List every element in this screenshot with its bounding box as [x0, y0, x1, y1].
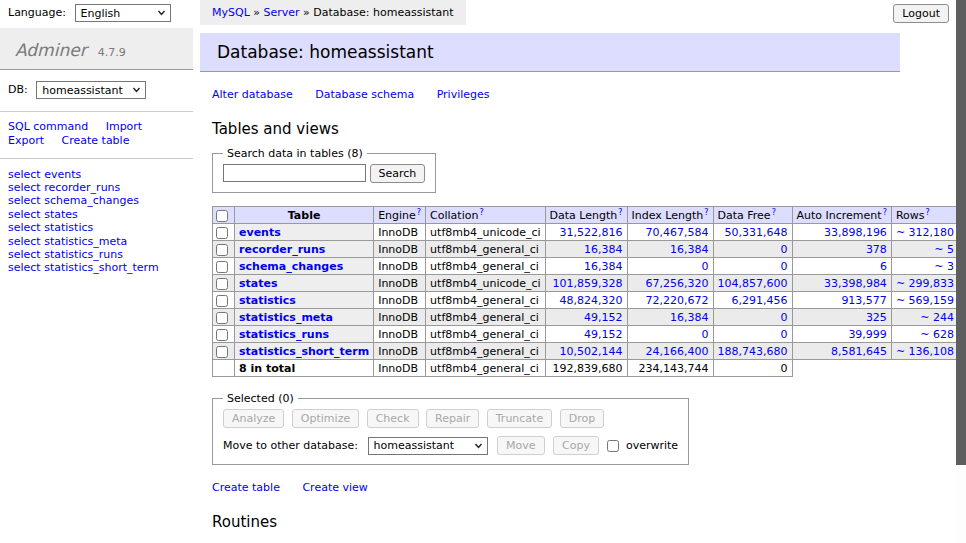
column-help-link[interactable]: ? — [479, 208, 483, 217]
select-link[interactable]: select — [8, 261, 41, 274]
column-help-link[interactable]: ? — [704, 208, 708, 217]
sidebar-link-sql-command[interactable]: SQL command — [8, 120, 88, 133]
language-select[interactable]: English — [75, 4, 171, 22]
data-length-link[interactable]: 49,152 — [584, 328, 623, 341]
create-view-link[interactable]: Create view — [302, 481, 367, 494]
breadcrumb-link-server[interactable]: Server — [264, 6, 300, 19]
rows-link[interactable]: ~ 312,180 — [896, 226, 954, 239]
overwrite-checkbox[interactable] — [607, 440, 619, 452]
scrollbar-thumb[interactable] — [956, 0, 966, 465]
data-length-link[interactable]: 101,859,328 — [553, 277, 623, 290]
row-checkbox-statistics-runs[interactable] — [216, 329, 228, 341]
db-select[interactable]: homeassistant — [36, 81, 146, 99]
data-free-link[interactable]: 188,743,680 — [718, 345, 788, 358]
index-length-link[interactable]: 16,384 — [670, 243, 709, 256]
table-name-link[interactable]: recorder_runs — [239, 243, 325, 256]
auto-increment-link[interactable]: 33,398,984 — [824, 277, 887, 290]
select-link[interactable]: select — [8, 208, 41, 221]
data-length-link[interactable]: 49,152 — [584, 311, 623, 324]
row-checkbox-schema-changes[interactable] — [216, 261, 228, 273]
breadcrumb-link-mysql[interactable]: MySQL — [212, 6, 250, 19]
row-checkbox-statistics-short-term[interactable] — [216, 346, 228, 358]
search-input[interactable] — [223, 164, 366, 182]
data-length-link[interactable]: 16,384 — [584, 260, 623, 273]
rows-link[interactable]: ~ 569,159 — [896, 294, 954, 307]
auto-increment-link[interactable]: 6 — [880, 260, 887, 273]
table-link-schema-changes[interactable]: schema_changes — [44, 194, 139, 207]
create-table-link[interactable]: Create table — [212, 481, 280, 494]
table-link-statistics[interactable]: statistics — [44, 221, 93, 234]
rows-link[interactable]: ~ 3 — [934, 260, 954, 273]
column-help-link[interactable]: ? — [618, 208, 622, 217]
table-link-states[interactable]: states — [44, 208, 78, 221]
privileges-link[interactable]: Privileges — [437, 88, 490, 101]
vertical-scrollbar[interactable] — [956, 0, 966, 543]
rows-link[interactable]: ~ 5 — [934, 243, 954, 256]
table-name-link[interactable]: statistics_runs — [239, 328, 329, 341]
data-free-link[interactable]: 50,331,648 — [725, 226, 788, 239]
data-length-link[interactable]: 16,384 — [584, 243, 623, 256]
table-name-link[interactable]: states — [239, 277, 278, 290]
auto-increment-link[interactable]: 913,577 — [841, 294, 887, 307]
logout-button[interactable]: Logout — [893, 4, 949, 23]
row-checkbox-recorder-runs[interactable] — [216, 244, 228, 256]
index-length-link[interactable]: 16,384 — [670, 311, 709, 324]
select-link[interactable]: select — [8, 194, 41, 207]
column-help-link[interactable]: ? — [772, 208, 776, 217]
select-link[interactable]: select — [8, 221, 41, 234]
column-help-link[interactable]: ? — [883, 208, 887, 217]
table-name-link[interactable]: schema_changes — [239, 260, 343, 273]
row-checkbox-states[interactable] — [216, 278, 228, 290]
rows-link[interactable]: ~ 136,108 — [896, 345, 954, 358]
search-button[interactable]: Search — [370, 164, 426, 183]
database-schema-link[interactable]: Database schema — [315, 88, 414, 101]
table-link-recorder-runs[interactable]: recorder_runs — [44, 181, 120, 194]
column-help-link[interactable]: ? — [417, 208, 421, 217]
data-free-link[interactable]: 0 — [781, 260, 788, 273]
data-free-link[interactable]: 104,857,600 — [718, 277, 788, 290]
auto-increment-link[interactable]: 325 — [866, 311, 887, 324]
table-link-statistics-runs[interactable]: statistics_runs — [44, 248, 123, 261]
data-length-link[interactable]: 10,502,144 — [560, 345, 623, 358]
index-length-link[interactable]: 0 — [702, 260, 709, 273]
alter-database-link[interactable]: Alter database — [212, 88, 293, 101]
sidebar-link-import[interactable]: Import — [106, 120, 143, 133]
auto-increment-link[interactable]: 378 — [866, 243, 887, 256]
select-link[interactable]: select — [8, 248, 41, 261]
data-free-link[interactable]: 0 — [781, 328, 788, 341]
table-link-statistics-meta[interactable]: statistics_meta — [44, 235, 127, 248]
row-checkbox-events[interactable] — [216, 227, 228, 239]
rows-link[interactable]: ~ 244 — [920, 311, 954, 324]
data-free-link[interactable]: 0 — [781, 311, 788, 324]
select-link[interactable]: select — [8, 181, 41, 194]
data-length-link[interactable]: 48,824,320 — [560, 294, 623, 307]
move-db-select[interactable]: homeassistant — [368, 437, 488, 455]
select-link[interactable]: select — [8, 168, 41, 181]
select-all-checkbox[interactable] — [216, 210, 228, 222]
data-free-link[interactable]: 6,291,456 — [732, 294, 788, 307]
data-length-link[interactable]: 31,522,816 — [560, 226, 623, 239]
index-length-link[interactable]: 72,220,672 — [646, 294, 709, 307]
index-length-link[interactable]: 0 — [702, 328, 709, 341]
table-name-link[interactable]: statistics — [239, 294, 296, 307]
auto-increment-link[interactable]: 8,581,645 — [831, 345, 887, 358]
table-link-events[interactable]: events — [44, 168, 81, 181]
auto-increment-link[interactable]: 33,898,196 — [824, 226, 887, 239]
rows-link[interactable]: ~ 628 — [920, 328, 954, 341]
table-name-link[interactable]: statistics_short_term — [239, 345, 369, 358]
table-link-statistics-short-term[interactable]: statistics_short_term — [44, 261, 158, 274]
auto-increment-link[interactable]: 39,999 — [848, 328, 887, 341]
select-link[interactable]: select — [8, 235, 41, 248]
rows-link[interactable]: ~ 299,833 — [896, 277, 954, 290]
table-name-link[interactable]: events — [239, 226, 281, 239]
row-checkbox-statistics[interactable] — [216, 295, 228, 307]
data-free-link[interactable]: 0 — [781, 243, 788, 256]
sidebar-link-export[interactable]: Export — [8, 134, 44, 147]
sidebar-link-create-table[interactable]: Create table — [62, 134, 130, 147]
index-length-link[interactable]: 70,467,584 — [646, 226, 709, 239]
row-checkbox-statistics-meta[interactable] — [216, 312, 228, 324]
column-help-link[interactable]: ? — [925, 208, 929, 217]
index-length-link[interactable]: 67,256,320 — [646, 277, 709, 290]
index-length-link[interactable]: 24,166,400 — [646, 345, 709, 358]
table-name-link[interactable]: statistics_meta — [239, 311, 333, 324]
